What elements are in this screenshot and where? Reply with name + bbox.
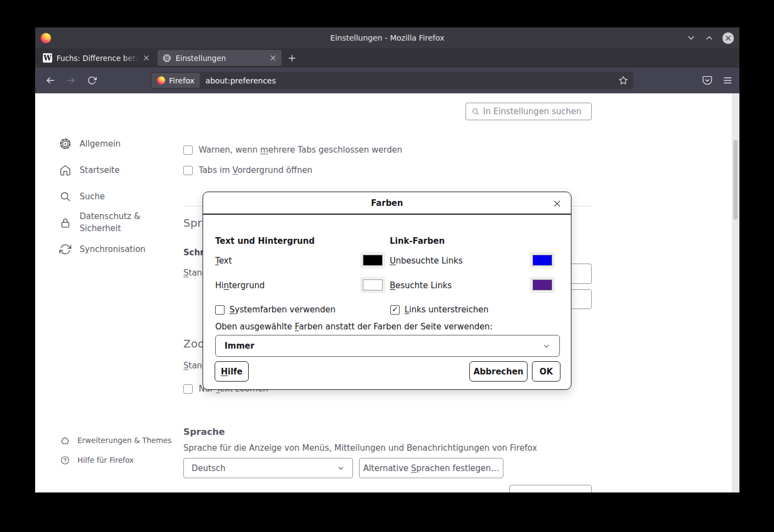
reload-icon[interactable] [83, 72, 100, 89]
underline-links-checkbox-row[interactable]: Links unterstreichen [390, 305, 489, 315]
scrollbar-track[interactable] [732, 93, 739, 492]
close-window-icon[interactable] [722, 32, 734, 44]
sidebar-item-synchronisation[interactable]: Synchronisation [59, 236, 151, 262]
language-heading: Sprache [183, 427, 225, 437]
tab-label: Einstellungen [176, 54, 265, 63]
button-label: Hilfe [221, 367, 243, 377]
sidebar-item-hilfe[interactable]: Hilfe für Firefox [60, 450, 172, 470]
dialog-title: Farben [371, 198, 403, 208]
sidebar-item-startseite[interactable]: Startseite [59, 157, 151, 183]
close-tab-icon[interactable] [270, 54, 277, 61]
forward-icon[interactable] [63, 72, 79, 89]
settings-page: In Einstellungen suchen Allgemein [35, 93, 739, 492]
sidebar-label: Synchronisation [80, 244, 145, 254]
bookmark-star-icon[interactable] [619, 76, 628, 85]
checkbox-label: Systemfarben verwenden [229, 305, 335, 315]
puzzle-icon [60, 436, 70, 445]
chevron-down-icon [542, 342, 551, 350]
chevron-down-icon [337, 464, 345, 472]
checkbox[interactable] [183, 384, 193, 394]
system-colors-checkbox-row[interactable]: Systemfarben verwenden [215, 305, 335, 315]
text-color-swatch-button[interactable] [360, 252, 385, 268]
color-swatch [532, 255, 552, 266]
checkbox[interactable] [183, 166, 193, 175]
sidebar-item-erweiterungen[interactable]: Erweiterungen & Themes [60, 430, 172, 450]
checkbox-label: Warnen, wenn mehrere Tabs geschlossen we… [199, 145, 402, 155]
desktop-background: Einstellungen - Mozilla Firefox W Fuchs:… [0, 0, 774, 532]
footer-label: Hilfe für Firefox [77, 456, 134, 464]
chip-label: Firefox [169, 76, 194, 85]
titlebar: Einstellungen - Mozilla Firefox [35, 27, 739, 48]
sync-icon [59, 243, 71, 255]
sidebar-footer: Erweiterungen & Themes Hilfe für Firefox [60, 430, 172, 470]
unvisited-links-swatch-button[interactable] [530, 252, 555, 268]
search-icon [59, 191, 71, 203]
wikipedia-icon: W [43, 53, 52, 63]
text-background-heading: Text und Hintergrund [215, 236, 315, 246]
minimize-icon[interactable] [686, 33, 696, 43]
tab-label: Fuchs: Difference between [57, 54, 138, 63]
tab-bar: W Fuchs: Difference between Einstellunge… [35, 48, 739, 68]
checkbox-label: Links unterstreichen [405, 305, 489, 315]
url-text: about:preferences [205, 76, 276, 85]
checkbox[interactable] [390, 305, 400, 315]
maximize-icon[interactable] [704, 33, 714, 43]
tab-settings[interactable]: Einstellungen [158, 50, 282, 66]
gear-icon [162, 54, 171, 63]
tab-wikipedia[interactable]: W Fuchs: Difference between [38, 50, 155, 66]
help-button[interactable]: Hilfe [215, 361, 249, 382]
language-description: Sprache für die Anzeige von Menüs, Mitte… [183, 443, 537, 453]
language-select[interactable]: Deutsch [183, 458, 353, 478]
checkbox-label: Tabs im Vordergrund öffnen [199, 165, 312, 175]
navigation-toolbar: Firefox about:preferences [35, 68, 739, 93]
unvisited-links-label: Unbesuchte Links [390, 256, 463, 266]
colors-dialog: Farben Text und Hintergrund Link-Farben … [203, 192, 571, 390]
sidebar-label: Startseite [80, 165, 120, 175]
pocket-icon[interactable] [702, 75, 713, 86]
text-color-label: Text [215, 256, 232, 266]
site-identity-chip[interactable]: Firefox [152, 73, 200, 88]
dialog-header: Farben [203, 192, 571, 215]
sidebar-item-datenschutz[interactable]: Datenschutz & Sicherheit [59, 210, 151, 236]
override-colors-select[interactable]: Immer [215, 335, 560, 357]
sidebar-label: Allgemein [80, 139, 121, 149]
color-swatch [363, 279, 383, 290]
select-value: Immer [225, 341, 254, 351]
link-colors-heading: Link-Farben [390, 236, 445, 246]
alternative-languages-button[interactable]: Alternative Sprachen festlegen… [359, 458, 503, 478]
language-select-value: Deutsch [192, 463, 226, 473]
sidebar-label: Datenschutz & Sicherheit [80, 211, 151, 235]
close-dialog-icon[interactable] [550, 197, 564, 210]
gear-icon [59, 138, 71, 150]
footer-label: Erweiterungen & Themes [77, 436, 172, 445]
url-bar[interactable]: Firefox about:preferences [150, 72, 633, 89]
background-color-swatch-button[interactable] [360, 277, 385, 293]
checkbox-row-warn-tabs[interactable]: Warnen, wenn mehrere Tabs geschlossen we… [183, 145, 402, 155]
background-color-label: Hintergrund [215, 281, 265, 290]
override-colors-label: Oben ausgewählte Farben anstatt der Farb… [215, 322, 492, 332]
firefox-window: Einstellungen - Mozilla Firefox W Fuchs:… [35, 27, 739, 492]
firefox-logo-icon [41, 33, 51, 43]
color-swatch [363, 255, 383, 266]
sidebar-item-allgemein[interactable]: Allgemein [59, 131, 151, 157]
sidebar-item-suche[interactable]: Suche [59, 183, 151, 210]
cancel-button[interactable]: Abbrechen [469, 361, 528, 382]
close-tab-icon[interactable] [143, 54, 150, 61]
back-icon[interactable] [42, 72, 58, 89]
new-tab-button[interactable] [284, 51, 300, 66]
partial-button[interactable] [509, 485, 592, 492]
firefox-icon [157, 76, 165, 85]
scrollbar-thumb[interactable] [733, 140, 738, 220]
sidebar-label: Suche [80, 192, 105, 201]
help-icon [60, 456, 70, 465]
lock-icon [59, 217, 71, 229]
ok-button[interactable]: OK [532, 361, 560, 382]
visited-links-swatch-button[interactable] [530, 277, 555, 293]
menu-icon[interactable] [722, 75, 733, 86]
checkbox[interactable] [215, 305, 225, 315]
home-icon [59, 164, 71, 176]
checkbox[interactable] [183, 145, 193, 155]
color-swatch [532, 279, 552, 290]
checkbox-row-foreground-tabs[interactable]: Tabs im Vordergrund öffnen [183, 165, 312, 175]
visited-links-label: Besuchte Links [390, 281, 452, 290]
